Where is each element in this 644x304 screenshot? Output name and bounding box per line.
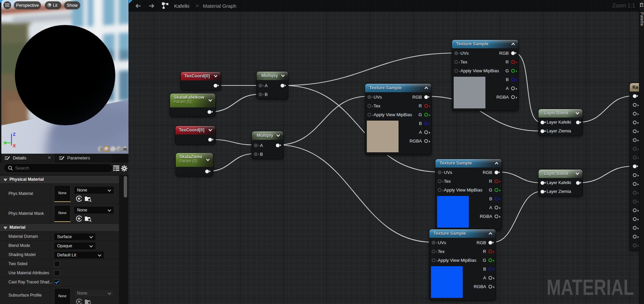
svg-text:Y: Y — [3, 141, 6, 146]
svg-text:X: X — [13, 143, 16, 148]
svg-text:Z: Z — [13, 132, 16, 137]
